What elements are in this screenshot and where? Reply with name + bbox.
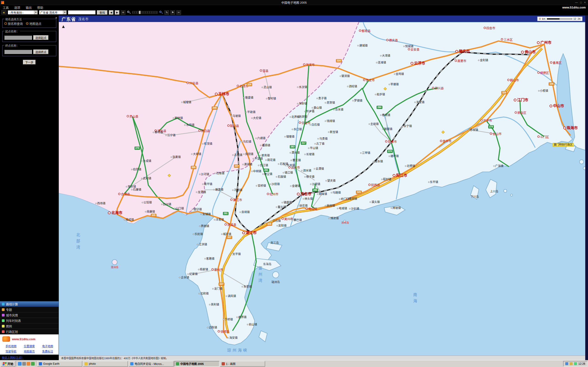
map-label-太平镇: 太平镇 xyxy=(231,253,241,256)
radio-query-by-name[interactable]: 按名称查询 xyxy=(4,21,23,26)
choose-end-button[interactable]: 选择终点 xyxy=(33,50,48,54)
explorer-icon[interactable] xyxy=(31,362,35,366)
radio-icon[interactable] xyxy=(4,22,7,25)
flag-marker-icon[interactable]: ⚑ xyxy=(170,10,175,15)
map-label-龙潭镇: 龙潭镇 xyxy=(196,191,206,194)
maximize-button[interactable]: □ xyxy=(580,1,582,4)
task-button-中国电子地图 2005[interactable]: 中国电子地图 2005 xyxy=(174,361,219,367)
prev-view-button[interactable]: ◀ xyxy=(109,10,113,15)
application-window: 中国电子地图 2005 — □ × 工具选项输出帮助 www.51ditu.co… xyxy=(0,0,588,367)
map-label-连滩镇: 连滩镇 xyxy=(376,61,386,64)
map-label-吴川市: 吴川市 xyxy=(281,217,293,220)
menu-item-帮助[interactable]: 帮助 xyxy=(35,5,46,10)
map-label-雷州湾: 雷州湾 xyxy=(258,266,262,285)
map-label-石康镇: 石康镇 xyxy=(131,188,141,191)
find-button[interactable]: 查找 xyxy=(97,10,107,15)
menu-item-工具[interactable]: 工具 xyxy=(0,5,11,10)
map-label-北惯镇: 北惯镇 xyxy=(405,165,415,167)
pan-tool-icon[interactable]: ✛ xyxy=(121,10,125,15)
map-label-新兴县: 新兴县 xyxy=(432,86,444,90)
task-label: Google Earth xyxy=(43,362,60,365)
ie-icon[interactable] xyxy=(18,362,22,366)
task-label: 电白同乡论坛 - Micros... xyxy=(135,362,164,366)
interchange-icon xyxy=(384,87,387,90)
map-label-雷州市: 雷州市 xyxy=(211,268,223,271)
sidebar-item-专题[interactable]: 专题 xyxy=(0,307,59,312)
map-label-大成镇: 大成镇 xyxy=(141,160,151,162)
collapse-sidebar-icon[interactable]: « xyxy=(1,10,6,15)
search-input[interactable] xyxy=(68,10,95,15)
map-label-界炮镇: 界炮镇 xyxy=(199,225,209,227)
task-button-1 - 画图[interactable]: 1 - 画图 xyxy=(220,361,265,367)
map-label-105: 105 xyxy=(549,82,554,85)
region-select[interactable]: 广东省 茂名市 ▼ xyxy=(39,10,67,15)
sidebar-item-行政区划[interactable]: 行政区划 xyxy=(0,329,59,334)
sidebar-item-icon xyxy=(2,303,5,306)
map-label-南海: 南海 xyxy=(413,293,417,305)
map-label-324: 324 xyxy=(336,59,342,62)
map-label-张黄镇: 张黄镇 xyxy=(171,156,181,158)
end-point-input[interactable] xyxy=(4,50,32,54)
sidebar-item-图例[interactable]: 图例 xyxy=(0,323,59,329)
map-label-镇盛镇: 镇盛镇 xyxy=(282,201,292,204)
zoom-out-icon[interactable] xyxy=(127,10,131,15)
radio-pick-on-map[interactable]: 地图选点 xyxy=(26,21,41,26)
sidebar-menu: 路线计算专题城市风情列车时刻表图例行政区划 xyxy=(0,301,59,334)
antivirus-icon[interactable] xyxy=(574,362,577,365)
start-button[interactable]: 开始 xyxy=(1,361,15,367)
menu-item-选项[interactable]: 选项 xyxy=(11,5,23,10)
map-label-茶山镇: 茶山镇 xyxy=(312,106,322,109)
sidebar-item-列车时刻表[interactable]: 列车时刻表 xyxy=(0,318,59,323)
volume-icon[interactable] xyxy=(570,362,573,365)
media-player-icon[interactable] xyxy=(27,362,30,366)
zoom-in-icon[interactable] xyxy=(159,10,163,15)
start-point-input[interactable] xyxy=(4,35,32,40)
map-label-西场镇: 西场镇 xyxy=(95,202,105,205)
task-label: 中国电子地图 2005 xyxy=(180,362,204,366)
map-label-北部湾: 北部湾 xyxy=(76,233,80,251)
map-label-良垌镇: 良垌镇 xyxy=(240,211,250,214)
next-view-button[interactable]: ▶ xyxy=(115,10,120,15)
annotate-link[interactable]: 按此上网标注点！ xyxy=(2,356,24,359)
map-label-榃滨镇: 榃滨镇 xyxy=(340,75,350,77)
sidebar-item-城市风情[interactable]: 城市风情 xyxy=(0,312,59,318)
clip-tool-icon[interactable]: ✂ xyxy=(176,10,181,15)
map-label-广海镇: 广海镇 xyxy=(493,165,503,167)
link-位置搜索[interactable]: 位置搜索 xyxy=(21,344,38,348)
next-step-button[interactable]: 下一步 xyxy=(23,60,35,65)
map-label-岑溪市: 岑溪市 xyxy=(303,63,315,66)
map-label-高要市: 高要市 xyxy=(455,59,466,62)
zoom-slider-thumb[interactable] xyxy=(139,11,141,14)
category-select[interactable]: --所有类别-- ▼ xyxy=(8,10,38,15)
link-手机地图[interactable]: 手机地图 xyxy=(2,344,20,348)
task-button-电白同乡论坛 - Micros...[interactable]: 电白同乡论坛 - Micros... xyxy=(129,361,174,367)
link-免费标注[interactable]: 免费标注 xyxy=(39,349,56,353)
sidebar-item-路线计算[interactable]: 路线计算 xyxy=(0,301,59,307)
choose-start-button[interactable]: 选择起点 xyxy=(33,35,48,40)
link-电子地图[interactable]: 电子地图 xyxy=(39,344,56,348)
minimize-button[interactable]: — xyxy=(575,1,578,4)
menu-item-输出[interactable]: 输出 xyxy=(23,5,35,10)
chevron-down-icon[interactable]: ▼ xyxy=(63,10,66,14)
task-icon xyxy=(222,362,225,365)
start-point-label: 起点名称： xyxy=(4,29,20,33)
map-canvas[interactable]: 广州市佛山市中山市珠海市江门市肇庆市云浮市阳江市茂名市湛江市玉林市北海市澳门特别… xyxy=(59,22,585,356)
system-tray: 12:26 xyxy=(563,361,587,367)
chevron-down-icon[interactable]: ▼ xyxy=(34,10,37,14)
task-button-Google Earth[interactable]: Google Earth xyxy=(37,361,82,367)
link-地图首页[interactable]: 地图首页 xyxy=(21,349,38,353)
map-label-圭岗镇: 圭岗镇 xyxy=(369,123,379,125)
map-label-赤坎镇: 赤坎镇 xyxy=(468,129,478,131)
network-icon[interactable] xyxy=(565,362,568,365)
map-label-泗纶镇: 泗纶镇 xyxy=(347,85,357,88)
map-label-新会区: 新会区 xyxy=(515,111,527,114)
scale-unit: km xyxy=(542,17,545,20)
radio-icon-selected[interactable] xyxy=(26,22,28,25)
map-label-吴阳镇: 吴阳镇 xyxy=(277,224,287,227)
measure-tool-icon[interactable]: ✎ xyxy=(164,10,169,15)
link-驾驶导航[interactable]: 驾驶导航 xyxy=(2,349,20,353)
show-desktop-icon[interactable] xyxy=(22,362,26,366)
zoom-slider[interactable] xyxy=(132,11,157,14)
task-button-photo[interactable]: photo xyxy=(83,361,128,367)
close-button[interactable]: × xyxy=(584,1,586,4)
